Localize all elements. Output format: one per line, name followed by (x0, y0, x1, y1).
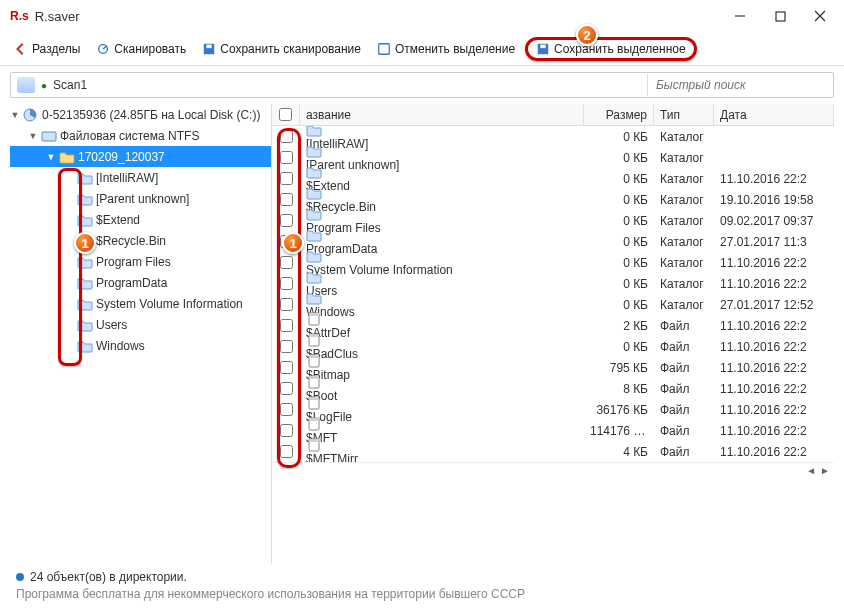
tree-scan-folder[interactable]: ▼ 170209_120037 (10, 146, 271, 167)
row-size: 2 КБ (584, 319, 654, 333)
row-checkbox-cell[interactable] (272, 382, 300, 395)
quick-search-input[interactable] (647, 74, 827, 96)
scroll-left-icon[interactable]: ◄ (806, 465, 816, 476)
maximize-icon (775, 11, 786, 22)
tree-item[interactable]: Program Files (10, 251, 271, 272)
row-date: 11.10.2016 22:2 (714, 403, 834, 417)
row-date: 11.10.2016 22:2 (714, 382, 834, 396)
scroll-right-icon[interactable]: ► (820, 465, 830, 476)
status-indicator-icon (16, 573, 24, 581)
svg-rect-21 (309, 397, 319, 400)
drive-icon (41, 129, 57, 143)
svg-rect-9 (540, 44, 545, 48)
back-sections-button[interactable]: Разделы (8, 39, 86, 59)
expand-icon[interactable]: ▼ (46, 152, 56, 162)
path-bar: ● Scan1 (10, 72, 834, 98)
row-checkbox-cell[interactable] (272, 403, 300, 416)
row-size: 36176 КБ (584, 403, 654, 417)
col-date[interactable]: Дата (714, 104, 834, 125)
row-checkbox[interactable] (280, 382, 293, 395)
row-checkbox[interactable] (280, 214, 293, 227)
row-checkbox[interactable] (280, 256, 293, 269)
row-checkbox-cell[interactable] (272, 277, 300, 290)
row-type: Каталог (654, 256, 714, 270)
tree-item[interactable]: Windows (10, 335, 271, 356)
row-checkbox-cell[interactable] (272, 151, 300, 164)
drive-icon (17, 77, 35, 93)
tree-item[interactable]: [IntelliRAW] (10, 167, 271, 188)
row-checkbox[interactable] (280, 319, 293, 332)
col-checkbox[interactable] (272, 104, 300, 125)
tree-item[interactable]: System Volume Information (10, 293, 271, 314)
row-checkbox-cell[interactable] (272, 445, 300, 458)
close-button[interactable] (800, 2, 840, 30)
row-size: 0 КБ (584, 172, 654, 186)
minimize-icon (734, 10, 746, 22)
row-checkbox[interactable] (280, 151, 293, 164)
row-checkbox-cell[interactable] (272, 256, 300, 269)
save-selected-button[interactable]: Сохранить выделенное (525, 37, 697, 61)
row-checkbox-cell[interactable] (272, 340, 300, 353)
row-date: 11.10.2016 22:2 (714, 340, 834, 354)
minimize-button[interactable] (720, 2, 760, 30)
row-checkbox-cell[interactable] (272, 319, 300, 332)
row-checkbox[interactable] (280, 130, 293, 143)
select-all-checkbox[interactable] (279, 108, 292, 121)
row-size: 0 КБ (584, 340, 654, 354)
col-name[interactable]: азвание (300, 104, 584, 125)
scan-button[interactable]: Сканировать (90, 39, 192, 59)
row-checkbox[interactable] (280, 172, 293, 185)
title-bar: R.s R.saver (0, 0, 844, 32)
main-toolbar: Разделы Сканировать Сохранить сканирован… (0, 32, 844, 66)
row-checkbox-cell[interactable] (272, 130, 300, 143)
tree-item[interactable]: [Parent unknown] (10, 188, 271, 209)
row-type: Файл (654, 382, 714, 396)
status-text: 24 объект(ов) в директории. (30, 570, 187, 584)
col-type[interactable]: Тип (654, 104, 714, 125)
row-checkbox[interactable] (280, 361, 293, 374)
row-checkbox[interactable] (280, 277, 293, 290)
file-list: азвание Размер Тип Дата [IntelliRAW]0 КБ… (272, 104, 834, 564)
col-name-label: азвание (306, 108, 351, 122)
list-body[interactable]: [IntelliRAW]0 КБКаталог[Parent unknown]0… (272, 126, 834, 462)
row-type: Файл (654, 403, 714, 417)
tree-item[interactable]: ProgramData (10, 272, 271, 293)
row-size: 114176 КБ (584, 424, 654, 438)
save-scan-button[interactable]: Сохранить сканирование (196, 39, 367, 59)
row-type: Файл (654, 445, 714, 459)
tree-item[interactable]: Users (10, 314, 271, 335)
expand-icon[interactable]: ▼ (10, 110, 20, 120)
scan-label: Сканировать (114, 42, 186, 56)
row-checkbox-cell[interactable] (272, 214, 300, 227)
maximize-button[interactable] (760, 2, 800, 30)
row-name: $MFTMirr (300, 438, 584, 463)
table-row[interactable]: $MFTMirr4 КБФайл11.10.2016 22:2 (272, 441, 834, 462)
row-checkbox[interactable] (280, 445, 293, 458)
row-checkbox-cell[interactable] (272, 424, 300, 437)
row-checkbox[interactable] (280, 340, 293, 353)
col-size-label: Размер (606, 108, 647, 122)
row-date: 27.01.2017 12:52 (714, 298, 834, 312)
col-size[interactable]: Размер (584, 104, 654, 125)
tree-root[interactable]: ▼ 0-52135936 (24.85ГБ на Local Disk (C:)… (10, 104, 271, 125)
expand-icon[interactable]: ▼ (28, 131, 38, 141)
tree-item-label: [Parent unknown] (96, 192, 189, 206)
tree-item-label: Program Files (96, 255, 171, 269)
row-checkbox[interactable] (280, 403, 293, 416)
folder-tree[interactable]: ▼ 0-52135936 (24.85ГБ на Local Disk (C:)… (10, 104, 272, 564)
row-checkbox[interactable] (280, 424, 293, 437)
tree-item[interactable]: $Recycle.Bin (10, 230, 271, 251)
row-checkbox-cell[interactable] (272, 361, 300, 374)
current-path[interactable]: Scan1 (53, 78, 641, 92)
row-checkbox-cell[interactable] (272, 172, 300, 185)
tree-item[interactable]: $Extend (10, 209, 271, 230)
row-date: 11.10.2016 22:2 (714, 424, 834, 438)
svg-rect-25 (309, 439, 319, 442)
row-checkbox-cell[interactable] (272, 298, 300, 311)
tree-fs[interactable]: ▼ Файловая система NTFS (10, 125, 271, 146)
row-checkbox[interactable] (280, 298, 293, 311)
row-size: 0 КБ (584, 151, 654, 165)
row-checkbox[interactable] (280, 193, 293, 206)
row-checkbox-cell[interactable] (272, 193, 300, 206)
cancel-selection-button[interactable]: Отменить выделение (371, 39, 521, 59)
